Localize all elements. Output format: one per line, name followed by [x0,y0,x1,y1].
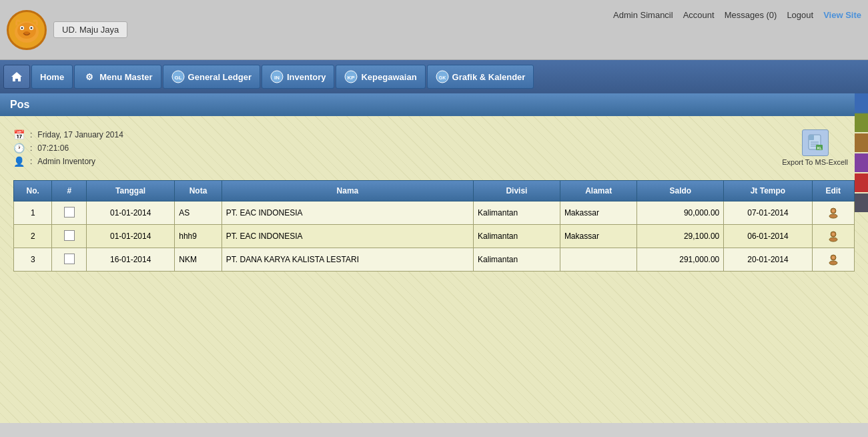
col-hash: # [52,181,87,201]
viewsite-link[interactable]: View Site [823,10,861,20]
col-saldo: Saldo [637,181,724,201]
cell-divisi: Kalimantan [474,225,560,248]
col-nota: Nota [175,181,222,201]
navbar: Home ⚙ Menu Master GL General Ledger IN … [0,60,868,93]
nav-kepegawaian-label: Kepegawaian [361,72,416,82]
table-row: 1 01-01-2014 AS PT. EAC INDONESIA Kalima… [14,201,855,225]
user-icon: 👤 [13,156,25,167]
cell-edit[interactable] [812,225,854,248]
cell-edit[interactable] [812,201,854,225]
svg-point-30 [832,256,835,259]
user-row: 👤 : Admin Inventory [13,156,855,167]
cell-checkbox[interactable] [52,225,87,248]
cell-nota: NKM [175,248,222,272]
side-color-swatch[interactable] [855,173,868,192]
table-row: 3 16-01-2014 NKM PT. DANA KARYA KALISTA … [14,248,855,272]
topbar: UD. Maju Jaya Admin Simancil Account Mes… [0,0,868,60]
nav-home-label: Home [40,72,64,82]
export-icon: XL [802,129,829,156]
table-header-row: No. # Tanggal Nota Nama Divisi Alamat Sa… [14,181,855,201]
edit-icon[interactable] [826,228,841,243]
cell-no: 2 [14,225,52,248]
cell-divisi: Kalimantan [474,201,560,225]
cell-jt-tempo: 07-01-2014 [724,201,812,225]
messages-link[interactable]: Messages (0) [725,10,777,20]
col-edit: Edit [812,181,854,201]
svg-point-29 [829,261,837,265]
admin-label: Admin Simancil [613,10,673,20]
side-color-swatch[interactable] [855,193,868,212]
cell-alamat: Makassar [560,201,637,225]
cell-no: 3 [14,248,52,272]
page-title: Pos [10,99,29,110]
side-color-swatch[interactable] [855,113,868,132]
logo [7,10,47,50]
main-content: 📅 : Friday, 17 January 2014 🕐 : 07:21:06… [0,116,868,423]
cell-checkbox[interactable] [52,201,87,225]
col-alamat: Alamat [560,181,637,201]
cell-checkbox[interactable] [52,248,87,272]
side-color-swatch[interactable] [855,93,868,112]
svg-text:GK: GK [438,75,446,80]
cell-edit[interactable] [812,248,854,272]
svg-text:IN: IN [274,75,280,81]
cell-tanggal: 16-01-2014 [87,248,175,272]
nav-general-ledger[interactable]: GL General Ledger [163,65,260,89]
nav-inventory[interactable]: IN Inventory [262,65,335,89]
date-value: Friday, 17 January 2014 [37,130,123,139]
nav-general-ledger-label: General Ledger [188,72,252,82]
nav-inventory-label: Inventory [287,72,326,82]
cell-saldo: 29,100.00 [637,225,724,248]
svg-point-26 [829,238,837,242]
clock-icon: 🕐 [13,143,25,153]
cell-tanggal: 01-01-2014 [87,225,175,248]
data-table: No. # Tanggal Nota Nama Divisi Alamat Sa… [13,180,855,272]
col-divisi: Divisi [474,181,560,201]
date-separator: : [30,130,32,139]
user-value: Admin Inventory [37,157,95,166]
cell-divisi: Kalimantan [474,248,560,272]
svg-point-27 [832,233,835,236]
edit-icon[interactable] [826,205,841,220]
kepegawaian-icon: KP [344,70,358,83]
user-separator: : [30,157,32,166]
col-tanggal: Tanggal [87,181,175,201]
time-value: 07:21:06 [37,143,69,153]
cell-nama: PT. DANA KARYA KALISTA LESTARI [222,248,473,272]
nav-kepegawaian[interactable]: KP Kepegawaian [336,65,425,89]
svg-point-23 [829,214,837,218]
account-link[interactable]: Account [683,10,715,20]
inventory-icon: IN [270,70,284,83]
export-label: Export To MS-Excell [782,158,848,166]
logout-link[interactable]: Logout [787,10,813,20]
info-section: 📅 : Friday, 17 January 2014 🕐 : 07:21:06… [13,129,855,167]
time-separator: : [30,143,32,153]
side-color-swatch[interactable] [855,153,868,172]
cell-jt-tempo: 20-01-2014 [724,248,812,272]
cell-nota: hhh9 [175,225,222,248]
nav-grafik-label: Grafik & Kalender [452,72,526,82]
nav-grafik[interactable]: GK Grafik & Kalender [427,65,534,89]
calendar-icon: 📅 [13,129,25,140]
cell-alamat [560,248,637,272]
svg-rect-16 [809,135,814,140]
svg-point-1 [17,23,36,39]
nav-home[interactable]: Home [31,65,73,89]
svg-text:XL: XL [817,146,822,150]
table-row: 2 01-01-2014 hhh9 PT. EAC INDONESIA Kali… [14,225,855,248]
svg-point-24 [832,209,835,212]
cell-saldo: 291,000.00 [637,248,724,272]
grafik-icon: GK [436,70,449,83]
home-button[interactable] [3,65,30,89]
svg-point-4 [21,27,23,29]
edit-icon[interactable] [826,252,841,266]
page-title-bar: Pos [0,93,868,116]
nav-menu-master[interactable]: ⚙ Menu Master [74,65,161,89]
side-color-swatch[interactable] [855,133,868,152]
cell-tanggal: 01-01-2014 [87,201,175,225]
svg-text:KP: KP [348,75,356,81]
side-color-bar [855,93,868,212]
gear-icon: ⚙ [83,70,96,83]
cell-nota: AS [175,201,222,225]
export-button[interactable]: XL Export To MS-Excell [782,129,848,166]
